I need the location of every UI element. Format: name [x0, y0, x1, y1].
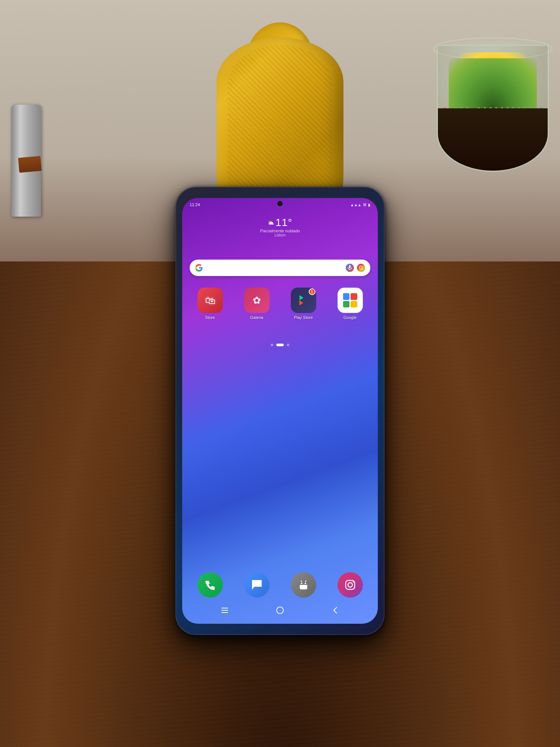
terrarium-soil — [438, 108, 548, 171]
app-playstore-item[interactable]: 1 — [281, 288, 325, 320]
android-icon — [291, 572, 316, 598]
galeria-icon: ✿ — [244, 288, 270, 313]
svg-rect-0 — [349, 265, 351, 268]
front-camera — [277, 201, 283, 206]
page-dot-2 — [276, 344, 284, 346]
google-grid-icon — [343, 293, 357, 307]
terrarium — [433, 30, 553, 172]
svg-point-12 — [352, 582, 354, 583]
playstore-icon: 1 — [291, 288, 316, 313]
svg-point-2 — [359, 266, 362, 269]
page-indicators — [182, 344, 378, 346]
app-grid: 🛍 Store ✿ Galeria 1 — [182, 288, 378, 320]
google-icon — [337, 288, 363, 313]
navigation-bar — [182, 601, 378, 620]
app-store-item[interactable]: 🛍 Store — [188, 288, 232, 320]
dock-messages-item[interactable] — [235, 572, 279, 598]
galeria-flower-icon: ✿ — [253, 295, 261, 306]
weather-icon: ⛅ — [268, 220, 274, 226]
store-label: Store — [205, 315, 215, 320]
google-search-bar[interactable] — [190, 260, 370, 276]
google-grid-blue — [343, 293, 350, 300]
status-time: 11:24 — [190, 202, 200, 207]
svg-point-8 — [301, 583, 302, 584]
page-dot-3 — [287, 344, 289, 346]
home-button[interactable] — [273, 604, 287, 617]
playstore-badge: 1 — [309, 288, 315, 295]
google-logo — [195, 264, 203, 272]
svg-marker-5 — [299, 300, 304, 306]
svg-point-16 — [277, 607, 283, 614]
phone: 11:24 ▲▲▲ ⌘ ▮ ⛅ 11° Parcialmente nublado… — [175, 187, 385, 635]
dock-android-item[interactable] — [281, 572, 325, 598]
voice-search-button[interactable] — [346, 264, 354, 272]
dock-instagram-item[interactable] — [328, 572, 372, 598]
app-google-item[interactable]: Google — [328, 288, 372, 320]
weather-city: Lisbon — [260, 233, 300, 237]
wood-book — [18, 156, 41, 173]
svg-marker-4 — [299, 295, 304, 301]
svg-point-11 — [348, 583, 352, 587]
svg-line-3 — [362, 269, 363, 270]
google-label: Google — [343, 315, 357, 320]
weather-widget: ⛅ 11° Parcialmente nublado Lisbon — [260, 217, 300, 237]
recent-apps-button[interactable] — [218, 604, 231, 617]
dock-phone-item[interactable] — [188, 572, 232, 598]
google-grid-red — [351, 293, 357, 300]
weather-description: Parcialmente nublado — [260, 229, 300, 233]
svg-point-9 — [305, 583, 306, 584]
phone-call-icon — [197, 572, 223, 598]
app-dock — [188, 572, 372, 598]
phone-wrapper: 11:24 ▲▲▲ ⌘ ▮ ⛅ 11° Parcialmente nublado… — [175, 187, 385, 635]
playstore-label: Play Store — [294, 315, 313, 320]
battery-icon: ▮ — [368, 203, 370, 207]
phone-screen: 11:24 ▲▲▲ ⌘ ▮ ⛅ 11° Parcialmente nublado… — [182, 198, 378, 624]
galeria-label: Galeria — [250, 315, 263, 320]
page-dot-1 — [271, 344, 273, 346]
wifi-icon: ⌘ — [363, 203, 367, 207]
google-grid-yellow — [351, 301, 357, 308]
signal-icon: ▲▲▲ — [350, 203, 361, 207]
lens-search-button[interactable] — [357, 264, 365, 272]
messages-icon — [244, 572, 270, 598]
status-icons: ▲▲▲ ⌘ ▮ — [350, 203, 370, 207]
google-grid-green — [343, 301, 350, 308]
back-button[interactable] — [329, 604, 342, 617]
app-galeria-item[interactable]: ✿ Galeria — [235, 288, 279, 320]
weather-temperature: 11° — [276, 217, 292, 229]
terrarium-glass — [437, 45, 549, 172]
instagram-icon — [337, 572, 363, 598]
store-bag-icon: 🛍 — [205, 294, 215, 307]
store-icon: 🛍 — [197, 288, 223, 313]
